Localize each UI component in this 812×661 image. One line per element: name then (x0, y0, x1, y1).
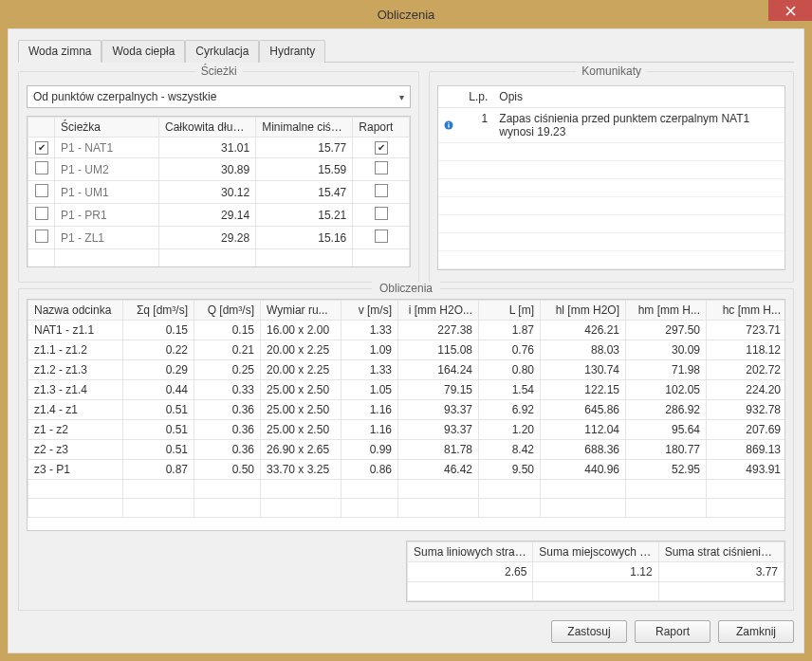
cell-hl: 426.21 (541, 321, 626, 340)
cell-lp: 1 (459, 108, 493, 142)
cell-length: 31.01 (159, 138, 256, 158)
tab-woda-ciepla[interactable]: Woda ciepła (102, 40, 185, 63)
cell-hc: 493.91 (707, 460, 786, 480)
tab-hydranty[interactable]: Hydranty (259, 40, 325, 63)
summary-tot: 3.77 (658, 562, 784, 582)
table-row[interactable]: P1 - ZL129.2815.16 (28, 227, 410, 249)
cell-q: 0.21 (194, 340, 261, 360)
summary-row[interactable]: 2.65 1.12 3.77 (408, 562, 784, 582)
col-hl[interactable]: hl [mm H2O] (541, 301, 626, 321)
col-v[interactable]: v [m/s] (341, 301, 398, 321)
cell-i: 227.38 (398, 321, 479, 340)
table-row[interactable]: z1.3 - z1.40.440.3325.00 x 2.501.0579.15… (28, 380, 786, 400)
cell-hc: 224.20 (707, 380, 786, 400)
cell-q: 0.36 (194, 440, 261, 460)
report-button[interactable]: Raport (635, 620, 710, 643)
col-dim[interactable]: Wymiar ru... (261, 301, 341, 321)
table-row[interactable]: P1 - UM230.8915.59 (28, 158, 410, 181)
cell-sq: 0.15 (123, 321, 194, 340)
apply-button[interactable]: Zastosuj (551, 620, 627, 643)
blank-row (438, 233, 784, 251)
cell-dim: 33.70 x 3.25 (261, 460, 341, 480)
cell-l: 8.42 (479, 440, 541, 460)
cell-hm: 286.92 (626, 400, 707, 420)
col-l[interactable]: L [m] (479, 301, 541, 321)
col-sum-lin[interactable]: Suma liniowych strat ... (408, 542, 533, 562)
paths-filter-dropdown[interactable]: Od punktów czerpalnych - wszystkie ▾ (27, 85, 411, 108)
cell-name: z2 - z3 (28, 440, 123, 460)
message-row[interactable]: 1Zapas ciśnienia przed punktem czerpalny… (438, 108, 784, 143)
col-i[interactable]: i [mm H2O... (398, 301, 479, 321)
cell-hc: 869.13 (707, 440, 786, 460)
summary-header-row: Suma liniowych strat ... Suma miejscowyc… (408, 542, 784, 562)
summary-loc: 1.12 (533, 562, 658, 582)
cell-hl: 112.04 (541, 420, 626, 440)
tab-cyrkulacja[interactable]: Cyrkulacja (185, 40, 259, 63)
cell-hl: 440.96 (541, 460, 626, 480)
window-title: Obliczenia (0, 8, 812, 22)
close-icon[interactable] (768, 0, 812, 21)
row-checkbox[interactable]: ✔ (35, 141, 48, 155)
col-minpress[interactable]: Minimalne ciśnie... (256, 118, 353, 138)
messages-group: Komunikaty L.p. Opis 1Zapas ciśnienia pr… (429, 64, 794, 283)
cell-dim: 16.00 x 2.00 (261, 321, 341, 340)
table-row[interactable]: z1 - z20.510.3625.00 x 2.501.1693.371.20… (28, 420, 786, 440)
col-sum-loc[interactable]: Suma miejscowych s... (533, 542, 658, 562)
report-checkbox[interactable] (375, 184, 388, 197)
report-checkbox[interactable] (375, 207, 388, 220)
cell-dim: 20.00 x 2.25 (261, 340, 341, 360)
table-row[interactable]: z1.2 - z1.30.290.2520.00 x 2.251.33164.2… (28, 360, 786, 380)
row-checkbox[interactable] (35, 207, 48, 220)
col-q[interactable]: Q [dm³/s] (194, 301, 261, 321)
cell-sq: 0.29 (123, 360, 194, 380)
col-hc[interactable]: hc [mm H... (707, 301, 786, 321)
col-length[interactable]: Całkowita długo... (159, 118, 256, 138)
col-msg-icon[interactable] (438, 86, 459, 107)
report-checkbox[interactable]: ✔ (375, 141, 388, 155)
cell-hc: 202.72 (707, 360, 786, 380)
tab-woda-zimna[interactable]: Woda zimna (18, 40, 102, 63)
cell-i: 81.78 (398, 440, 479, 460)
calc-table: Nazwa odcinka Σq [dm³/s] Q [dm³/s] Wymia… (28, 300, 785, 518)
blank-row (28, 249, 410, 268)
col-path[interactable]: Ścieżka (55, 118, 159, 138)
cell-l: 1.54 (479, 380, 541, 400)
row-checkbox[interactable] (35, 161, 48, 174)
blank-row (438, 269, 784, 270)
row-checkbox[interactable] (35, 184, 48, 197)
cell-name: z1.4 - z1 (28, 400, 123, 420)
cell-path: P1 - UM2 (55, 158, 159, 181)
col-sum-tot[interactable]: Suma strat ciśnienia ... (658, 542, 784, 562)
row-checkbox[interactable] (35, 230, 48, 243)
col-sq[interactable]: Σq [dm³/s] (123, 301, 194, 321)
table-row[interactable]: z1.4 - z10.510.3625.00 x 2.501.1693.376.… (28, 400, 786, 420)
cell-v: 1.16 (341, 420, 398, 440)
cell-v: 1.16 (341, 400, 398, 420)
table-row[interactable]: z2 - z30.510.3626.90 x 2.650.9981.788.42… (28, 440, 786, 460)
col-hm[interactable]: hm [mm H... (626, 301, 707, 321)
cell-i: 164.24 (398, 360, 479, 380)
table-row[interactable]: NAT1 - z1.10.150.1516.00 x 2.001.33227.3… (28, 321, 786, 340)
messages-legend: Komunikaty (576, 64, 647, 78)
table-row[interactable]: P1 - UM130.1215.47 (28, 181, 410, 204)
col-name[interactable]: Nazwa odcinka (28, 301, 123, 321)
table-row[interactable]: z1.1 - z1.20.220.2120.00 x 2.251.09115.0… (28, 340, 786, 360)
cell-dim: 25.00 x 2.50 (261, 380, 341, 400)
table-row[interactable]: z3 - P10.870.5033.70 x 3.250.8646.429.50… (28, 460, 786, 480)
close-button[interactable]: Zamknij (718, 620, 794, 643)
calc-header-row: Nazwa odcinka Σq [dm³/s] Q [dm³/s] Wymia… (28, 301, 786, 321)
paths-table-wrap: Ścieżka Całkowita długo... Minimalne ciś… (27, 116, 411, 267)
report-checkbox[interactable] (375, 161, 388, 174)
col-msg-lp[interactable]: L.p. (459, 86, 493, 107)
report-checkbox[interactable] (375, 230, 388, 243)
upper-panels: Ścieżki Od punktów czerpalnych - wszystk… (18, 64, 794, 283)
cell-v: 0.86 (341, 460, 398, 480)
cell-minpress: 15.16 (256, 227, 353, 249)
table-row[interactable]: ✔P1 - NAT131.0115.77✔ (28, 138, 410, 158)
col-check[interactable] (28, 118, 55, 138)
table-row[interactable]: P1 - PR129.1415.21 (28, 204, 410, 227)
cell-q: 0.36 (194, 420, 261, 440)
col-msg-desc[interactable]: Opis (493, 86, 784, 107)
summary-lin: 2.65 (408, 562, 533, 582)
col-report[interactable]: Raport (353, 118, 410, 138)
